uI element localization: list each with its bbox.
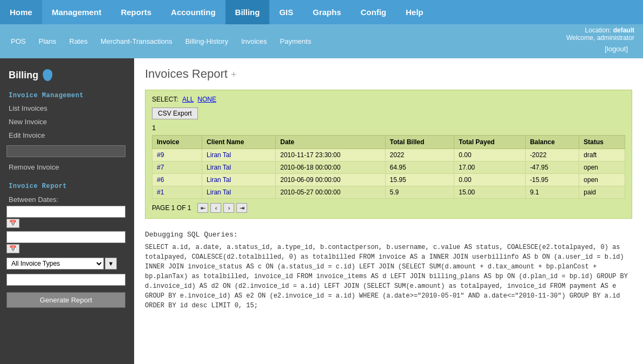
table-row: #6Liran Tal2010-06-09 00:00:0015.950.00-… xyxy=(153,174,625,186)
select-arrow-icon: ▼ xyxy=(105,258,117,269)
select-none-link[interactable]: NONE xyxy=(197,96,216,103)
table-row: #1Liran Tal2010-05-27 00:00:005.915.009.… xyxy=(153,186,625,199)
topnav-item-billing[interactable]: Billing xyxy=(226,0,270,24)
location-info: Location: default Welcome, administrator… xyxy=(562,24,639,58)
table-cell: 2022 xyxy=(385,149,454,161)
sidebar-title: Billing xyxy=(9,70,38,81)
client-name-link[interactable]: Liran Tal xyxy=(207,151,231,159)
result-count: 1 xyxy=(152,124,625,132)
remove-invoice-link[interactable]: Remove Invoice xyxy=(0,160,134,174)
topnav-item-graphs[interactable]: Graphs xyxy=(303,0,351,24)
table-header-invoice: Invoice xyxy=(153,136,202,149)
date-start-input[interactable]: 2010-05-01 xyxy=(6,206,125,218)
calendar-start-btn[interactable]: 📅 xyxy=(6,219,19,228)
table-cell: 0.00 xyxy=(454,174,526,186)
page-prev-btn[interactable]: ‹ xyxy=(210,203,221,213)
topnav-item-gis[interactable]: GIS xyxy=(269,0,303,24)
client-name-link[interactable]: Liran Tal xyxy=(207,188,231,196)
invoice-id-link[interactable]: #1 xyxy=(157,188,164,196)
subnav-item-invoices[interactable]: Invoices xyxy=(235,34,274,49)
table-header-total-payed: Total Payed xyxy=(454,136,526,149)
top-navigation: HomeManagementReportsAccountingBillingGI… xyxy=(0,0,643,24)
invoice-id-link[interactable]: #9 xyxy=(157,151,164,159)
welcome-text: Welcome, administrator xyxy=(566,34,634,42)
select-row: SELECT: ALL NONE xyxy=(152,96,625,103)
page-title: Invoices Report + xyxy=(145,67,632,81)
csv-export-btn[interactable]: CSV Export xyxy=(152,107,198,119)
invoice-type-select[interactable]: All Invoice Types xyxy=(6,258,104,269)
table-header-balance: Balance xyxy=(525,136,579,149)
table-cell: 5.9 xyxy=(385,186,454,199)
table-cell: -2022 xyxy=(525,149,579,161)
plus-icon: + xyxy=(231,69,237,80)
location-value: default xyxy=(613,26,634,34)
sub-navigation: POSPlansRatesMerchant-TransactionsBillin… xyxy=(0,24,643,58)
table-cell: 2010-05-27 00:00:00 xyxy=(276,186,386,199)
table-cell: -15.95 xyxy=(525,174,579,186)
topnav-item-management[interactable]: Management xyxy=(42,0,111,24)
invoice-type-wrap: All Invoice Types ▼ xyxy=(6,258,128,269)
invoice-id-link[interactable]: #7 xyxy=(157,164,164,171)
invoice-id-link[interactable]: #6 xyxy=(157,176,164,184)
table-header-status: Status xyxy=(579,136,625,149)
debug-sql: SELECT a.id, a.date, a.status_id, a.type… xyxy=(145,242,632,311)
subnav-item-payments[interactable]: Payments xyxy=(274,34,318,49)
calendar-end-btn[interactable]: 📅 xyxy=(6,244,19,253)
main-content: Invoices Report + SELECT: ALL NONE CSV E… xyxy=(134,58,643,364)
debug-title: Debugging SQL Queries: xyxy=(145,230,632,240)
table-cell: 2010-11-17 23:30:00 xyxy=(276,149,386,161)
main-layout: Billing Invoice Management List Invoices… xyxy=(0,58,643,364)
topnav-item-help[interactable]: Help xyxy=(396,0,433,24)
table-cell: 15.95 xyxy=(385,174,454,186)
list-invoices-link[interactable]: List Invoices xyxy=(0,102,134,115)
client-name-link[interactable]: Liran Tal xyxy=(207,176,231,184)
logout-link[interactable]: [logout] xyxy=(566,42,634,56)
subnav-item-rates[interactable]: Rates xyxy=(63,34,94,49)
location-label: Location: xyxy=(585,26,613,34)
topnav-item-reports[interactable]: Reports xyxy=(111,0,161,24)
invoice-report-title: Invoice Report xyxy=(0,178,134,192)
subnav-item-pos[interactable]: POS xyxy=(4,34,32,49)
table-cell: paid xyxy=(579,186,625,199)
table-body: #9Liran Tal2010-11-17 23:30:0020220.00-2… xyxy=(153,149,625,199)
table-cell: 0.00 xyxy=(454,149,526,161)
table-cell: -47.95 xyxy=(525,161,579,174)
page-last-btn[interactable]: ⇥ xyxy=(236,203,247,213)
table-header-row: InvoiceClient NameDateTotal BilledTotal … xyxy=(153,136,625,149)
table-header: InvoiceClient NameDateTotal BilledTotal … xyxy=(153,136,625,149)
pagination: PAGE 1 OF 1 ⇤ ‹ › ⇥ xyxy=(152,203,625,213)
table-row: #9Liran Tal2010-11-17 23:30:0020220.00-2… xyxy=(153,149,625,161)
table-cell: 2010-06-09 00:00:00 xyxy=(276,174,386,186)
subnav-item-billing-history[interactable]: Billing-History xyxy=(178,34,234,49)
generate-report-btn[interactable]: Generate Report xyxy=(6,292,125,308)
subnav-item-merchant-transactions[interactable]: Merchant-Transactions xyxy=(94,34,178,49)
invoice-management-title: Invoice Management xyxy=(0,87,134,102)
table-cell: 9.1 xyxy=(525,186,579,199)
select-all-link[interactable]: ALL xyxy=(182,96,194,103)
sub-nav-links: POSPlansRatesMerchant-TransactionsBillin… xyxy=(4,34,317,49)
table-cell: open xyxy=(579,161,625,174)
new-invoice-link[interactable]: New Invoice xyxy=(0,115,134,129)
report-extra-input[interactable] xyxy=(6,274,125,286)
sidebar: Billing Invoice Management List Invoices… xyxy=(0,58,134,364)
subnav-item-plans[interactable]: Plans xyxy=(32,34,63,49)
table-header-date: Date xyxy=(276,136,386,149)
topnav-item-home[interactable]: Home xyxy=(0,0,42,24)
table-cell: draft xyxy=(579,149,625,161)
page-next-btn[interactable]: › xyxy=(223,203,234,213)
topnav-item-config[interactable]: Config xyxy=(351,0,396,24)
topnav-item-accounting[interactable]: Accounting xyxy=(161,0,226,24)
select-label: SELECT: xyxy=(152,96,178,103)
page-first-btn[interactable]: ⇤ xyxy=(197,203,208,213)
date-end-input[interactable]: 2010-11-30 xyxy=(6,231,125,243)
pagination-text: PAGE 1 OF 1 xyxy=(152,204,191,212)
report-box: SELECT: ALL NONE CSV Export 1 InvoiceCli… xyxy=(145,90,632,219)
table-cell: 2010-06-18 00:00:00 xyxy=(276,161,386,174)
invoice-search-input[interactable] xyxy=(6,145,125,157)
table-header-client-name: Client Name xyxy=(202,136,276,149)
client-name-link[interactable]: Liran Tal xyxy=(207,164,231,171)
table-cell: 17.00 xyxy=(454,161,526,174)
edit-invoice-link[interactable]: Edit Invoice xyxy=(0,129,134,142)
drop-icon xyxy=(43,69,52,81)
table-cell: open xyxy=(579,174,625,186)
